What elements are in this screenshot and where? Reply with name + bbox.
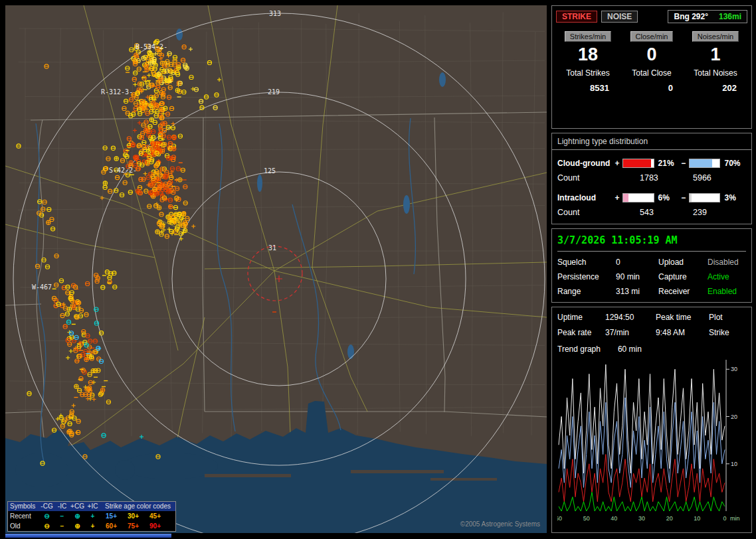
distribution-section: Lightning type distribution Cloud-ground…	[551, 133, 752, 224]
taskbar-strip	[5, 534, 171, 538]
uptime-label: Uptime	[557, 313, 605, 322]
range-label: Range	[557, 287, 616, 296]
stats-section: Uptime 1294:50 Peak time Plot Peak rate …	[551, 307, 752, 533]
cg-positive-pct: 21%	[656, 159, 680, 168]
strikes-per-min-button[interactable]: Strikes/min	[565, 31, 611, 42]
intracloud-label: Intracloud	[557, 193, 613, 202]
legend-header-age: Strike age color codes	[100, 502, 175, 511]
total-close-value: 0	[620, 83, 684, 93]
cg-positive-count: 1783	[616, 173, 685, 183]
range-ring-label: 219	[268, 88, 280, 96]
svg-text:20: 20	[666, 515, 673, 522]
legend-row: Recent⊖−⊕+15+30+45+	[8, 511, 175, 521]
range-ring-label: 31	[268, 244, 276, 252]
svg-text:30: 30	[731, 366, 737, 372]
svg-text:20: 20	[731, 414, 737, 420]
total-close-label: Total Close	[620, 68, 684, 78]
range-ring-label: 125	[264, 167, 276, 175]
upload-label: Upload	[658, 258, 708, 267]
total-noises-value: 202	[684, 83, 747, 93]
close-per-min-button[interactable]: Close/min	[630, 31, 674, 42]
trend-graph: 3020106050403020100min	[557, 357, 746, 524]
distribution-title: Lightning type distribution	[552, 133, 751, 150]
cloud-ground-row: Cloud-ground + 21% − 70%	[552, 155, 751, 171]
total-noises-label: Total Noises	[684, 68, 747, 78]
peak-time-label: Peak time	[656, 313, 709, 322]
cg-negative-pct: 70%	[721, 159, 746, 168]
cg-negative-bar	[689, 159, 721, 168]
svg-text:10: 10	[694, 515, 700, 522]
peak-rate-label: Peak rate	[557, 328, 605, 337]
legend-header-pcg: +CG	[70, 502, 85, 511]
copyright-text: ©2005 Astrogenic Systems	[460, 520, 540, 528]
minus-sign: −	[680, 193, 687, 202]
svg-text:B-534-2-: B-534-2-	[136, 43, 167, 50]
control-panel: STRIKE NOISE Bng 292° 136mi Strikes/min …	[551, 5, 752, 537]
ic-positive-pct: 6%	[656, 193, 680, 202]
strikes-per-min-value: 18	[556, 44, 620, 65]
plot-value: Strike	[709, 328, 746, 337]
persistence-value: 90 min	[616, 272, 658, 281]
rates-section: STRIKE NOISE Bng 292° 136mi Strikes/min …	[551, 5, 752, 129]
ic-positive-count: 543	[616, 208, 685, 217]
svg-text:30: 30	[638, 515, 645, 522]
ic-negative-bar	[689, 193, 721, 202]
close-per-min-value: 0	[620, 44, 684, 65]
svg-text:0: 0	[723, 515, 726, 522]
svg-text:50: 50	[583, 515, 590, 522]
ic-negative-count: 239	[685, 208, 746, 217]
legend-header-pic: +IC	[85, 502, 100, 511]
minus-sign: −	[680, 159, 687, 168]
legend-header: Symbols -CG -IC +CG +IC Strike age color…	[8, 502, 175, 511]
map-panel[interactable]: B-534-2-R-312-3-S-42-2-W-467 313 219 125…	[5, 5, 547, 533]
range-ring-label: 313	[269, 10, 281, 17]
svg-text:10: 10	[731, 461, 737, 467]
datetime: 3/7/2026 11:05:19 AM	[557, 232, 746, 252]
receiver-status: Enabled	[708, 287, 746, 296]
nexstorm-window: B-534-2-R-312-3-S-42-2-W-467 313 219 125…	[0, 0, 756, 539]
plot-label: Plot	[709, 313, 746, 322]
plus-sign: +	[613, 193, 620, 202]
receiver-label: Receiver	[658, 287, 708, 296]
uptime-value: 1294:50	[605, 313, 656, 322]
status-section: 3/7/2026 11:05:19 AM Squelch 0 Upload Di…	[551, 228, 752, 303]
legend-header-symbols: Symbols	[8, 502, 39, 511]
svg-text:R-312-3-: R-312-3-	[101, 88, 133, 96]
total-strikes-label: Total Strikes	[556, 68, 620, 78]
plus-sign: +	[613, 159, 620, 168]
legend-header-nic: -IC	[54, 502, 70, 511]
ic-negative-pct: 3%	[721, 193, 746, 202]
cg-negative-count: 5966	[685, 173, 746, 183]
ic-positive-bar	[622, 193, 654, 202]
count-label: Count	[557, 173, 616, 183]
lightning-map[interactable]: B-534-2-R-312-3-S-42-2-W-467 313 219 125…	[5, 5, 547, 533]
noises-per-min-value: 1	[684, 44, 747, 65]
squelch-label: Squelch	[557, 258, 616, 267]
peak-time-value: 9:48 AM	[656, 328, 709, 337]
capture-status: Active	[708, 272, 746, 281]
total-strikes-value: 8531	[556, 83, 620, 93]
noises-per-min-button[interactable]: Noises/min	[692, 31, 739, 42]
legend-row: Old⊖−⊕+60+75+90+	[8, 521, 175, 531]
legend-rows: Recent⊖−⊕+15+30+45+Old⊖−⊕+60+75+90+	[8, 511, 175, 531]
capture-label: Capture	[658, 272, 708, 281]
bearing-distance: 136mi	[719, 12, 741, 21]
cloud-ground-counts: Count 1783 5966	[552, 171, 751, 185]
trend-graph-label: Trend graph	[557, 345, 601, 354]
count-label: Count	[557, 208, 616, 217]
legend-header-ncg: -CG	[39, 502, 54, 511]
persistence-label: Persistence	[557, 272, 616, 281]
range-value: 313 mi	[616, 287, 658, 296]
strike-button[interactable]: STRIKE	[556, 11, 597, 23]
svg-text:S-42-2-: S-42-2-	[109, 167, 137, 174]
cg-positive-bar	[622, 159, 654, 168]
svg-text:W-467: W-467	[32, 283, 52, 291]
peak-rate-value: 37/min	[605, 328, 656, 337]
intracloud-row: Intracloud + 6% − 3%	[552, 190, 751, 205]
noise-button[interactable]: NOISE	[601, 11, 638, 23]
intracloud-counts: Count 543 239	[552, 205, 751, 220]
svg-text:60: 60	[557, 515, 562, 522]
upload-status: Disabled	[708, 258, 746, 267]
symbol-legend: Symbols -CG -IC +CG +IC Strike age color…	[7, 501, 176, 532]
squelch-value: 0	[616, 258, 658, 267]
